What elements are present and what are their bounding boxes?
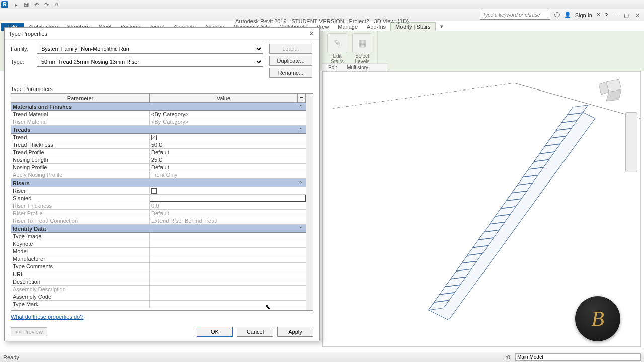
param-value[interactable] [150, 240, 306, 247]
param-name: Nosing Profile [11, 164, 150, 171]
duplicate-button[interactable]: Duplicate... [269, 56, 312, 66]
param-row[interactable]: Model [11, 248, 306, 255]
apply-button[interactable]: Apply [277, 327, 313, 337]
param-row[interactable]: Riser Material<By Category> [11, 118, 306, 126]
family-label: Family: [11, 46, 37, 52]
dialog-close-button[interactable]: ✕ [307, 30, 315, 37]
param-name: Tread Thickness [11, 141, 150, 148]
param-row[interactable]: Apply Nosing ProfileFront Only [11, 171, 306, 179]
param-row[interactable]: Manufacturer [11, 255, 306, 263]
param-value[interactable]: 50.0 [150, 141, 306, 148]
3d-view-canvas[interactable]: B [322, 71, 641, 347]
param-value[interactable] [150, 263, 306, 270]
signin-label[interactable]: Sign In [575, 12, 592, 18]
group-materials-and-finishes[interactable]: Materials and Finishes⌃ [11, 103, 306, 111]
group-treads[interactable]: Treads⌃ [11, 126, 306, 134]
param-row[interactable]: Tread Material<By Category> [11, 111, 306, 118]
param-row[interactable]: URL [11, 270, 306, 278]
param-value[interactable] [150, 270, 306, 278]
param-value[interactable]: Extend Riser Behind Tread [150, 217, 306, 224]
param-value[interactable]: Default [150, 210, 306, 217]
search-input[interactable] [480, 11, 550, 20]
checkbox[interactable] [151, 188, 157, 194]
edit-stairs-button[interactable]: ✎ [327, 33, 347, 53]
param-row[interactable]: Nosing Length25.0 [11, 156, 306, 164]
select-levels-button[interactable]: ▦ [352, 33, 372, 53]
type-select[interactable]: 50mm Tread 25mm Nosing 13mm Riser [37, 57, 263, 67]
checkbox[interactable] [152, 196, 157, 201]
info-icon[interactable]: ⓘ [554, 11, 560, 19]
qat-undo-icon[interactable]: ↶ [32, 1, 40, 9]
param-value[interactable] [150, 195, 306, 202]
param-value[interactable]: 25.0 [150, 156, 306, 163]
preview-button[interactable]: << Preview [11, 327, 47, 336]
parameter-table: Parameter Value = Materials and Finishes… [11, 93, 313, 311]
group-risers[interactable]: Risers⌃ [11, 179, 306, 187]
load-button[interactable]: Load... [269, 44, 312, 54]
workset-input[interactable] [515, 353, 641, 361]
navigation-bar[interactable] [625, 112, 637, 172]
param-value[interactable] [150, 233, 306, 240]
group-identity-data[interactable]: Identity Data⌃ [11, 225, 306, 233]
param-row[interactable]: Tread ProfileDefault [11, 149, 306, 156]
param-value[interactable] [150, 293, 306, 300]
param-row[interactable]: Assembly Description [11, 286, 306, 293]
param-row[interactable]: Riser To Tread ConnectionExtend Riser Be… [11, 217, 306, 225]
qat-open-icon[interactable]: ▸ [12, 1, 20, 9]
param-row[interactable]: Riser ProfileDefault [11, 210, 306, 217]
param-row[interactable]: Type Mark [11, 301, 306, 308]
view-cube[interactable] [596, 77, 626, 102]
status-selection-count: :0 [506, 354, 510, 360]
param-row[interactable]: Keynote [11, 240, 306, 248]
minimize-button[interactable]: — [612, 12, 619, 19]
qat-redo-icon[interactable]: ↷ [42, 1, 50, 9]
param-row[interactable]: Tread [11, 134, 306, 141]
param-row[interactable]: Description [11, 278, 306, 286]
param-name: Riser Thickness [11, 202, 150, 209]
param-value[interactable]: Default [150, 164, 306, 171]
param-name: Type Mark [11, 301, 150, 308]
rename-button[interactable]: Rename... [269, 68, 312, 78]
param-value[interactable] [150, 187, 306, 194]
param-row[interactable]: Type Image [11, 233, 306, 240]
param-value[interactable] [150, 255, 306, 262]
collapse-icon[interactable]: ⌃ [299, 226, 303, 231]
param-name: Assembly Code [11, 293, 150, 300]
param-name: Riser Material [11, 118, 150, 125]
exchange-icon[interactable]: ✕ [596, 12, 601, 18]
table-scrollbar[interactable] [306, 94, 313, 310]
param-row[interactable]: Slanted [11, 195, 306, 202]
qat-save-icon[interactable]: 🖫 [22, 1, 30, 9]
tab-pin-icon[interactable]: ▾ [436, 22, 448, 31]
family-select[interactable]: System Family: Non-Monolithic Run [37, 44, 263, 54]
cancel-button[interactable]: Cancel [237, 327, 273, 337]
ok-button[interactable]: OK [197, 327, 233, 337]
param-value[interactable] [150, 301, 306, 308]
qat-print-icon[interactable]: ⎙ [52, 1, 60, 9]
collapse-icon[interactable]: ⌃ [299, 104, 303, 109]
param-value[interactable]: Default [150, 149, 306, 156]
param-value[interactable]: Front Only [150, 171, 306, 178]
param-value[interactable] [150, 286, 306, 293]
param-value[interactable] [150, 278, 306, 285]
param-value[interactable]: <By Category> [150, 111, 306, 118]
checkbox[interactable] [151, 135, 157, 140]
param-value[interactable]: <By Category> [150, 118, 306, 125]
properties-help-link[interactable]: What do these properties do? [11, 314, 313, 320]
help-icon[interactable]: ? [605, 12, 608, 18]
param-value[interactable] [150, 134, 306, 141]
collapse-icon[interactable]: ⌃ [299, 127, 303, 132]
param-row[interactable]: Riser [11, 187, 306, 195]
param-name: Keynote [11, 240, 150, 247]
param-value[interactable] [150, 248, 306, 255]
param-row[interactable]: Riser Thickness0.0 [11, 202, 306, 210]
param-row[interactable]: Tread Thickness50.0 [11, 141, 306, 149]
param-row[interactable]: Assembly Code [11, 293, 306, 301]
close-button[interactable]: ✕ [634, 12, 641, 19]
collapse-icon[interactable]: ⌃ [299, 180, 303, 186]
maximize-button[interactable]: ▢ [623, 12, 630, 19]
param-row[interactable]: Nosing ProfileDefault [11, 164, 306, 171]
param-row[interactable]: Type Comments [11, 263, 306, 270]
user-icon[interactable]: 👤 [564, 12, 571, 18]
param-value[interactable]: 0.0 [150, 202, 306, 209]
